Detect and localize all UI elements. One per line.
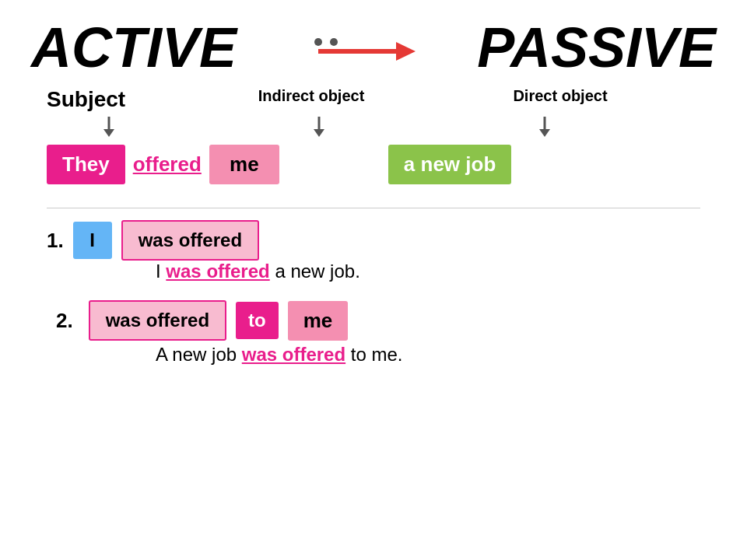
passive-1-verb-box: was offered (121, 220, 259, 261)
indirect-object-box-me: me (209, 145, 279, 184)
passive-section-2: 2. was offered to me A new job was offer… (31, 300, 716, 366)
title-active: ACTIVE (31, 16, 237, 79)
svg-marker-9 (539, 129, 550, 137)
page: ACTIVE PASSIVE Subject Indirect object D… (0, 0, 747, 560)
passive-1-sentence-start: I (156, 261, 166, 282)
passive-2-row: 2. was offered to me (140, 300, 716, 341)
indirect-down-arrow (272, 115, 366, 142)
passive-2-number: 2. (56, 309, 73, 333)
title-passive: PASSIVE (477, 16, 716, 79)
passive-1-number: 1. (47, 229, 64, 253)
active-sentence-row: They offered me a new job (31, 145, 716, 184)
passive-1-verb-underline: was offered (166, 261, 269, 282)
label-indirect-object: Indirect object (233, 87, 389, 105)
svg-marker-3 (396, 42, 416, 61)
passive-2-sentence-end: to me. (345, 344, 402, 365)
passive-section-1: 1. I was offered I was offered a new job… (31, 220, 716, 286)
header-row: ACTIVE PASSIVE (31, 16, 716, 79)
label-subject: Subject (47, 87, 171, 112)
passive-2-sentence: A new job was offered to me. (156, 344, 716, 366)
passive-1-sentence-end: a new job. (270, 261, 360, 282)
subject-down-arrow (47, 115, 171, 142)
passive-2-sentence-start: A new job (156, 344, 242, 365)
direct-object-box: a new job (388, 145, 511, 184)
passive-1-sentence: I was offered a new job. (156, 261, 716, 282)
subject-box-they: They (47, 145, 125, 184)
arrow-container (295, 28, 419, 67)
passive-2-verb-underline: was offered (242, 344, 345, 365)
down-arrows-row (31, 115, 716, 142)
passive-2-me-box: me (288, 301, 349, 341)
svg-point-1 (330, 38, 338, 46)
svg-marker-7 (314, 129, 324, 137)
label-direct-object: Direct object (490, 87, 630, 105)
svg-marker-5 (103, 129, 114, 137)
passive-2-verb-box: was offered (89, 300, 226, 341)
direct-down-arrow (498, 115, 591, 142)
svg-point-0 (314, 38, 322, 46)
passive-1-row: 1. I was offered (47, 220, 716, 261)
active-to-passive-arrow (295, 28, 419, 67)
verb-offered[interactable]: offered (133, 152, 202, 177)
passive-1-subject-box: I (73, 222, 112, 259)
labels-row: Subject Indirect object Direct object (31, 87, 716, 112)
passive-2-to-box: to (236, 302, 279, 339)
